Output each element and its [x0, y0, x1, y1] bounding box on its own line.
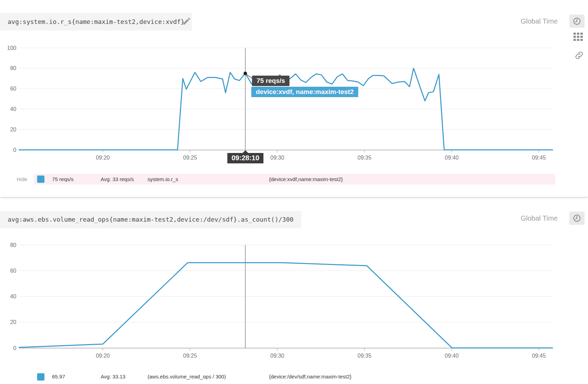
legend-scope: {device:/dev/sdf,name:maxim-test2} — [269, 372, 352, 382]
x-tick-label: 09:20 — [96, 353, 110, 359]
pencil-icon — [182, 17, 191, 26]
x-tick-label: 09:25 — [183, 353, 197, 359]
clock-icon — [572, 17, 581, 26]
x-tick-label: 09:45 — [532, 155, 546, 161]
y-tick-label: 60 — [10, 86, 16, 92]
graph-panel-1: 02040608010009:2009:2509:3009:3509:4009:… — [0, 0, 588, 197]
y-tick-label: 20 — [10, 319, 16, 325]
global-time-clock-button-2[interactable] — [569, 212, 585, 225]
y-tick-label: 80 — [10, 242, 16, 248]
query-text-2: avg:aws.ebs.volume_read_ops{name:maxim-t… — [8, 216, 294, 223]
tooltip-value: 75 reqs/s — [252, 76, 289, 86]
series-line[interactable] — [19, 263, 553, 348]
x-tick-label: 09:30 — [270, 155, 284, 161]
tooltip-scope: device:xvdf, name:maxim-test2 — [251, 87, 358, 97]
y-tick-label: 80 — [10, 65, 16, 71]
y-tick-label: 60 — [10, 268, 16, 274]
grid-icon[interactable] — [573, 33, 583, 43]
query-text-1: avg:system.io.r_s{name:maxim-test2,devic… — [8, 18, 184, 25]
cursor-time-label: 09:28:10 — [227, 153, 263, 163]
clock-icon — [572, 214, 581, 223]
x-tick-label: 09:45 — [532, 353, 546, 359]
legend-metric: (aws.ebs.volume_read_ops / 300) — [148, 372, 226, 382]
link-icon[interactable] — [574, 51, 584, 61]
x-tick-label: 09:35 — [358, 353, 371, 359]
legend-avg: Avg: 33.13 — [101, 372, 125, 382]
y-tick-label: 0 — [13, 147, 16, 153]
x-tick-label: 09:25 — [183, 155, 197, 161]
y-tick-label: 20 — [10, 127, 16, 133]
global-time-label-2: Global Time — [521, 213, 558, 223]
query-editor-2[interactable]: avg:aws.ebs.volume_read_ops{name:maxim-t… — [0, 211, 301, 228]
legend-color-swatch[interactable] — [37, 176, 44, 183]
cursor-dot — [244, 72, 247, 75]
legend-avg: Avg: 33 reqs/s — [101, 174, 134, 185]
global-time-clock-button-1[interactable] — [569, 15, 585, 28]
legend-value: 75 reqs/s — [52, 174, 74, 185]
legend-value: 65.97 — [52, 372, 65, 382]
legend-hide-button[interactable]: Hide — [17, 174, 27, 185]
global-time-label-1: Global Time — [521, 16, 558, 26]
legend-scope: {device:xvdf,name:maxim-test2} — [269, 174, 343, 185]
x-tick-label: 09:40 — [445, 155, 459, 161]
x-tick-label: 09:30 — [270, 353, 284, 359]
query-editor-1[interactable]: avg:system.io.r_s{name:maxim-test2,devic… — [0, 13, 192, 31]
edit-pencil-icon[interactable] — [182, 17, 191, 26]
legend-row-2[interactable]: 65.97 Avg: 33.13 (aws.ebs.volume_read_op… — [34, 372, 555, 382]
legend-row-1[interactable]: 75 reqs/s Avg: 33 reqs/s system.io.r_s {… — [34, 174, 555, 185]
y-tick-label: 100 — [7, 45, 16, 51]
x-tick-label: 09:35 — [358, 155, 371, 161]
x-tick-label: 09:20 — [96, 155, 110, 161]
graph-panel-2: 02040608009:2009:2509:3009:3509:4009:45 … — [0, 198, 588, 384]
legend-metric: system.io.r_s — [148, 174, 178, 185]
legend-color-swatch[interactable] — [37, 373, 44, 381]
y-tick-label: 0 — [13, 345, 16, 351]
y-tick-label: 40 — [10, 293, 16, 299]
y-tick-label: 40 — [10, 106, 16, 112]
x-tick-label: 09:40 — [445, 353, 459, 359]
